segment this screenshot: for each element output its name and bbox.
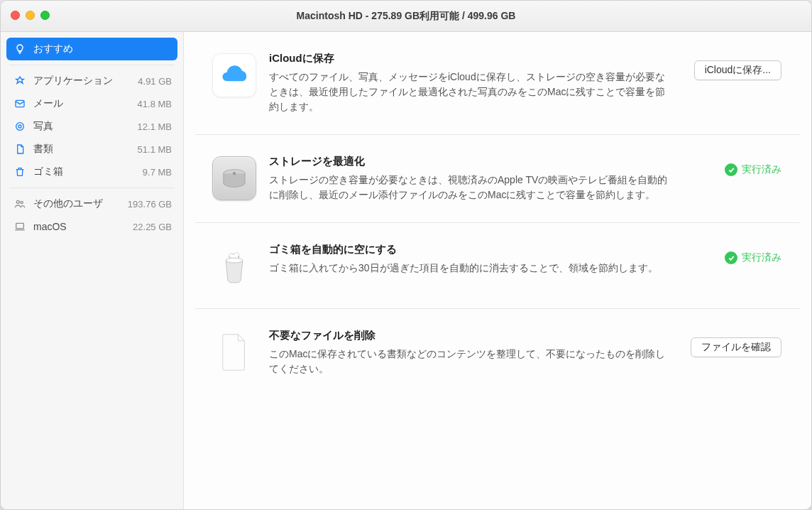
mail-icon: [12, 98, 28, 109]
doc-icon: [12, 143, 28, 155]
svg-rect-5: [16, 223, 24, 228]
svg-point-3: [16, 200, 19, 203]
sidebar-item-applications[interactable]: アプリケーション 4.91 GB: [6, 70, 177, 92]
recommendation-text: iCloudに保存 すべてのファイル、写真、メッセージをiCloudに保存し、ス…: [269, 52, 668, 114]
sidebar-item-photos[interactable]: 写真 12.1 MB: [6, 115, 177, 138]
window-title: Macintosh HD - 275.89 GB利用可能 / 499.96 GB: [1, 10, 811, 23]
sidebar-item-size: 22.25 GB: [133, 222, 172, 232]
sidebar-item-size: 51.1 MB: [138, 144, 172, 155]
store-in-icloud-button[interactable]: iCloudに保存...: [694, 60, 781, 80]
recommendation-desc: ゴミ箱に入れてから30日が過ぎた項目を自動的に消去することで、領域を節約します。: [269, 261, 668, 276]
sidebar-item-label: おすすめ: [33, 43, 172, 55]
recommendation-title: ゴミ箱を自動的に空にする: [269, 243, 668, 256]
checkmark-icon: [725, 251, 737, 264]
sidebar-item-size: 41.8 MB: [138, 99, 172, 109]
sidebar-item-recommendations[interactable]: おすすめ: [6, 38, 177, 60]
sidebar-item-label: その他のユーザ: [33, 197, 128, 210]
trashcan-icon: [212, 244, 256, 288]
sidebar-item-trash[interactable]: ゴミ箱 9.7 MB: [6, 161, 177, 183]
minimize-icon[interactable]: [26, 11, 35, 20]
review-files-button[interactable]: ファイルを確認: [691, 337, 781, 357]
recommendation-reduce-clutter: 不要なファイルを削除 このMacに保存されている書類などのコンテンツを整理して、…: [195, 309, 800, 396]
recommendation-text: ゴミ箱を自動的に空にする ゴミ箱に入れてから30日が過ぎた項目を自動的に消去する…: [269, 243, 668, 276]
sidebar-item-label: ゴミ箱: [33, 166, 143, 178]
recommendation-title: iCloudに保存: [269, 52, 668, 65]
window-body: おすすめ アプリケーション 4.91 GB メール 41.8 MB: [1, 32, 811, 509]
sidebar-item-label: アプリケーション: [33, 75, 138, 87]
recommendation-optimize: ストレージを最適化 ストレージの空き容量が必要なときは、視聴済みのApple T…: [195, 135, 800, 223]
laptop-icon: [12, 221, 28, 232]
svg-point-8: [226, 258, 243, 263]
file-icon: [212, 330, 256, 374]
sidebar-item-macos[interactable]: macOS 22.25 GB: [6, 215, 177, 238]
sidebar-item-size: 12.1 MB: [138, 121, 172, 132]
drive-icon: [212, 156, 256, 200]
sidebar-item-label: 書類: [33, 143, 138, 156]
bulb-icon: [12, 43, 28, 55]
recommendation-desc: すべてのファイル、写真、メッセージをiCloudに保存し、ストレージの空き容量が…: [269, 70, 668, 114]
checkmark-icon: [725, 163, 737, 176]
photo-icon: [12, 121, 28, 132]
recommendation-action: 実行済み: [681, 243, 781, 264]
sidebar-item-label: 写真: [33, 120, 138, 133]
sidebar-item-mail[interactable]: メール 41.8 MB: [6, 92, 177, 115]
sidebar-item-label: メール: [33, 97, 138, 110]
fullscreen-icon[interactable]: [40, 11, 50, 20]
done-status: 実行済み: [725, 251, 781, 264]
sidebar-item-documents[interactable]: 書類 51.1 MB: [6, 138, 177, 161]
close-icon[interactable]: [11, 11, 20, 20]
sidebar-item-other-users[interactable]: その他のユーザ 193.76 GB: [6, 192, 177, 215]
done-status: 実行済み: [725, 163, 781, 176]
recommendation-action: iCloudに保存...: [681, 52, 781, 80]
sidebar-separator: [9, 188, 175, 188]
recommendation-title: ストレージを最適化: [269, 155, 668, 168]
done-label: 実行済み: [742, 163, 781, 176]
recommendation-text: ストレージを最適化 ストレージの空き容量が必要なときは、視聴済みのApple T…: [269, 155, 668, 202]
window-controls: [11, 11, 50, 20]
recommendation-icloud: iCloudに保存 すべてのファイル、写真、メッセージをiCloudに保存し、ス…: [195, 32, 800, 135]
trash-icon: [12, 166, 28, 178]
sidebar: おすすめ アプリケーション 4.91 GB メール 41.8 MB: [1, 32, 184, 509]
recommendation-action: ファイルを確認: [681, 329, 781, 357]
people-icon: [12, 198, 28, 210]
app-icon: [12, 75, 28, 87]
recommendation-desc: このMacに保存されている書類などのコンテンツを整理して、不要になったものを削除…: [269, 347, 668, 376]
recommendation-text: 不要なファイルを削除 このMacに保存されている書類などのコンテンツを整理して、…: [269, 329, 668, 376]
sidebar-item-size: 193.76 GB: [128, 199, 172, 210]
icloud-icon: [212, 53, 256, 97]
main-content: iCloudに保存 すべてのファイル、写真、メッセージをiCloudに保存し、ス…: [184, 32, 811, 509]
sidebar-item-label: macOS: [33, 221, 133, 232]
recommendation-desc: ストレージの空き容量が必要なときは、視聴済みのApple TVの映画やテレビ番組…: [269, 173, 668, 202]
recommendation-title: 不要なファイルを削除: [269, 329, 668, 342]
svg-point-2: [16, 123, 24, 131]
svg-point-1: [18, 125, 21, 128]
titlebar: Macintosh HD - 275.89 GB利用可能 / 499.96 GB: [1, 1, 811, 32]
recommendation-action: 実行済み: [681, 155, 781, 176]
sidebar-item-size: 9.7 MB: [143, 167, 172, 178]
sidebar-separator: [9, 65, 175, 65]
svg-point-7: [233, 172, 236, 175]
recommendation-empty-trash: ゴミ箱を自動的に空にする ゴミ箱に入れてから30日が過ぎた項目を自動的に消去する…: [195, 223, 800, 309]
sidebar-item-size: 4.91 GB: [138, 76, 172, 87]
storage-window: Macintosh HD - 275.89 GB利用可能 / 499.96 GB…: [0, 0, 812, 510]
done-label: 実行済み: [742, 251, 781, 264]
svg-point-4: [21, 201, 23, 203]
